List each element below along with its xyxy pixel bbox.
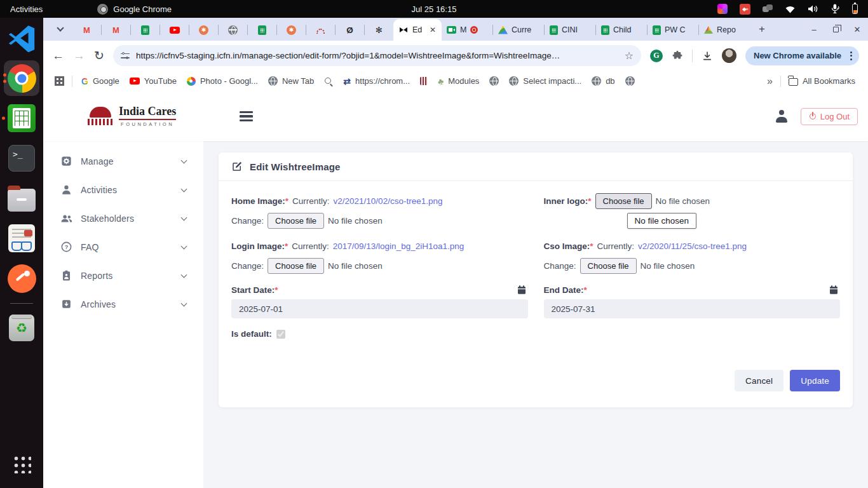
sidebar-item-manage[interactable]: Manage (43, 147, 203, 175)
tab-m[interactable]: M (442, 19, 492, 41)
tab-cini[interactable]: CINI (545, 19, 595, 41)
dock-item-postman[interactable] (3, 261, 41, 296)
close-tab-icon[interactable]: ✕ (429, 25, 437, 34)
sidebar-item-archives[interactable]: Archives (43, 290, 203, 318)
wifi-icon (785, 4, 796, 13)
profile-avatar[interactable] (722, 48, 736, 63)
start-date-input[interactable] (231, 299, 528, 318)
tab-globe[interactable] (219, 19, 247, 41)
back-button[interactable]: ← (52, 49, 64, 63)
calendar-icon[interactable] (517, 285, 527, 295)
tab-gmail[interactable]: M (72, 19, 101, 41)
forward-button[interactable]: → (73, 49, 85, 63)
dock-item-trash[interactable]: ♻ (3, 310, 41, 346)
site-settings-icon[interactable] (121, 52, 130, 60)
tab-sheets[interactable] (248, 19, 276, 41)
chevron-down-icon (57, 24, 64, 31)
tab-gmail[interactable]: M (102, 19, 130, 41)
user-profile-icon[interactable] (775, 110, 788, 123)
system-tray[interactable]: ◆» (717, 4, 868, 15)
sidebar-item-stakeholders[interactable]: Stakeholders (43, 204, 203, 233)
activities-button[interactable]: Activities (0, 0, 53, 18)
tab-null[interactable]: Ø (336, 19, 364, 41)
tab-sheets[interactable] (131, 19, 159, 41)
tab-claude[interactable]: ✱ (277, 19, 306, 41)
home-image-choose-file-button[interactable]: Choose file (268, 213, 324, 229)
bookmark-https-chrom[interactable]: ⇄https://chrom... (338, 74, 415, 88)
login-image-current-file-link[interactable]: 2017/09/13/login_bg_2iH1oa1.png (333, 241, 464, 251)
logo-title: India Cares (119, 105, 176, 120)
cso-image-choose-file-button[interactable]: Choose file (580, 258, 637, 274)
tab-repo[interactable]: Repo (699, 19, 750, 41)
dock-item-libreoffice-calc[interactable] (3, 100, 41, 136)
apps-grid-icon[interactable] (55, 76, 64, 86)
login-image-choose-file-button[interactable]: Choose file (268, 258, 324, 274)
cso-image-current-file-link[interactable]: v2/2020/11/25/cso-tree1.png (638, 241, 747, 251)
cancel-button[interactable]: Cancel (735, 370, 783, 391)
tab-child[interactable]: Child (596, 19, 647, 41)
bookmark-globe[interactable] (484, 74, 504, 88)
all-bookmarks-button[interactable]: All Bookmarks (783, 74, 860, 88)
reports-icon (60, 269, 72, 281)
sidebar-item-activities[interactable]: Activities (43, 175, 203, 204)
files-icon (8, 189, 36, 212)
bookmark-modules[interactable]: ♣Modules (433, 74, 484, 88)
bookmark-new-tab[interactable]: New Tab (263, 74, 319, 88)
sidebar-nav: ManageActivitiesStakeholders?FAQReportsA… (43, 141, 203, 488)
dock-item-document-viewer[interactable] (3, 220, 41, 256)
bookmark-db[interactable]: db (587, 74, 620, 88)
url-text[interactable]: https://icfnv5-staging.icfn.in/manage-se… (136, 51, 618, 60)
bookmarks-overflow-button[interactable]: » (762, 74, 778, 89)
extensions-icon[interactable] (672, 50, 683, 62)
power-icon (809, 112, 817, 120)
bookmark-search[interactable] (319, 75, 338, 88)
tab-openai[interactable]: ✻ (365, 19, 393, 41)
dock-item-vscode[interactable] (3, 20, 41, 56)
tab-active-edit-wishtreeimage[interactable]: Ed ✕ (393, 19, 442, 41)
bookmark-photo-googl[interactable]: Photo - Googl... (182, 74, 263, 88)
sidebar-item-reports[interactable]: Reports (43, 261, 203, 290)
inner-logo-choose-file-button[interactable]: Choose file (595, 193, 652, 209)
arc-favicon (316, 29, 325, 34)
india-cares-logo[interactable]: India Cares FOUNDATION (88, 105, 176, 127)
focused-app-menu[interactable]: Google Chrome (91, 0, 178, 18)
dock-item-files[interactable] (3, 180, 41, 216)
bookmark-star-icon[interactable]: ☆ (625, 50, 634, 62)
logout-button[interactable]: Log Out (801, 108, 858, 125)
new-tab-button[interactable]: + (754, 21, 770, 37)
bookmark-pattern[interactable] (415, 75, 433, 87)
calendar-icon[interactable] (829, 285, 839, 295)
tab-title: Repo (717, 25, 736, 34)
end-date-input[interactable] (544, 299, 841, 318)
dock-item-show-applications[interactable] (3, 446, 41, 482)
gmail-favicon: M (111, 25, 121, 35)
is-default-checkbox[interactable] (276, 330, 285, 339)
bookmark-select-impacti[interactable]: Select impacti... (504, 74, 587, 88)
sidebar-toggle-button[interactable] (237, 109, 255, 125)
bookmark-google[interactable]: GGoogle (76, 74, 125, 88)
tab-arc[interactable] (306, 19, 335, 41)
home-image-current-file-link[interactable]: v2/2021/10/02/cso-tree1.png (334, 196, 443, 206)
ubuntu-dock: >_♻ (0, 18, 43, 488)
dock-item-terminal[interactable]: >_ (3, 140, 41, 176)
restore-button[interactable] (825, 18, 846, 41)
address-bar[interactable]: https://icfnv5-staging.icfn.in/manage-se… (113, 45, 641, 66)
downloads-icon[interactable] (702, 50, 713, 62)
folder-icon (789, 78, 798, 86)
update-button[interactable]: Update (790, 370, 840, 391)
tab-curre[interactable]: Curre (493, 19, 544, 41)
tab-search-button[interactable] (52, 21, 69, 37)
tab-youtube[interactable] (160, 19, 189, 41)
bookmark-globe[interactable] (620, 74, 640, 88)
sidebar-item-faq[interactable]: ?FAQ (43, 233, 203, 261)
grammarly-extension-icon[interactable]: G (650, 50, 663, 62)
tab-claude[interactable]: ✱ (189, 19, 218, 41)
tab-pw-c[interactable]: PW C (648, 19, 698, 41)
chrome-menu-icon[interactable] (847, 51, 855, 60)
minimize-button[interactable]: – (803, 18, 825, 41)
dock-item-google-chrome[interactable] (4, 60, 39, 96)
chrome-update-button[interactable]: New Chrome available (745, 46, 859, 65)
close-window-button[interactable]: ✕ (846, 18, 868, 41)
reload-button[interactable]: ↻ (94, 48, 104, 63)
bookmark-youtube[interactable]: YouTube (125, 74, 182, 88)
